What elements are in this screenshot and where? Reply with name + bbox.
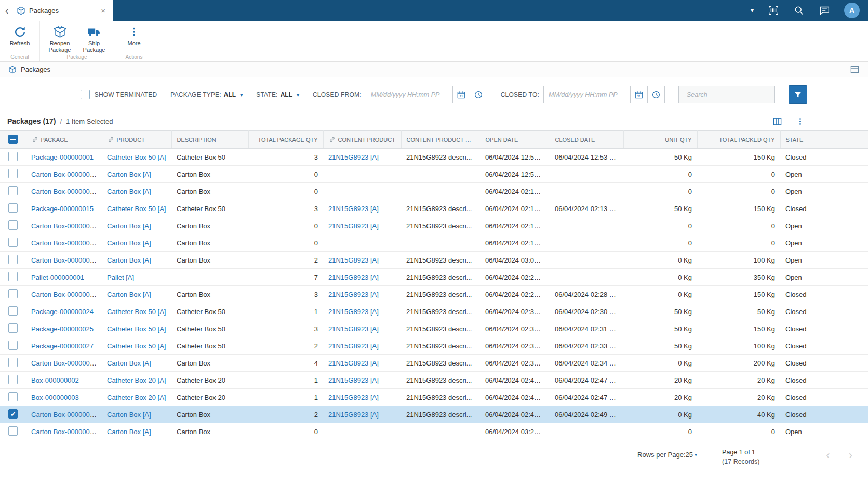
- product-link[interactable]: Carton Box [A]: [107, 256, 151, 264]
- column-header-product[interactable]: PRODUCT: [102, 131, 171, 149]
- table-row[interactable]: Box-000000003 Catheter Box 20 [A] Cathet…: [0, 389, 868, 406]
- product-link[interactable]: Pallet [A]: [107, 273, 134, 281]
- table-row[interactable]: Package-000000025 Catheter Box 50 [A] Ca…: [0, 320, 868, 337]
- package-link[interactable]: Pallet-000000001: [31, 273, 84, 281]
- package-link[interactable]: Carton Box-00000000: [31, 256, 97, 264]
- table-row[interactable]: Package-000000001 Catheter Box 50 [A] Ca…: [0, 149, 868, 166]
- product-link[interactable]: Carton Box [A]: [107, 428, 151, 436]
- previous-page-icon[interactable]: ‹: [826, 450, 830, 461]
- package-link[interactable]: Package-000000001: [31, 153, 94, 161]
- product-link[interactable]: Carton Box [A]: [107, 171, 151, 178]
- column-header-closed-date[interactable]: CLOSED DATE: [550, 131, 623, 149]
- select-all-checkbox[interactable]: [8, 135, 18, 144]
- row-checkbox[interactable]: [8, 426, 18, 436]
- package-link[interactable]: Package-000000025: [31, 325, 94, 333]
- table-row[interactable]: Carton Box-00000000 Carton Box [A] Carto…: [0, 166, 868, 183]
- show-terminated-toggle[interactable]: SHOW TERMINATED: [81, 90, 157, 99]
- package-link[interactable]: Carton Box-00000000: [31, 291, 97, 298]
- package-link[interactable]: Package-000000027: [31, 342, 94, 350]
- product-link[interactable]: Carton Box [A]: [107, 222, 151, 230]
- product-link[interactable]: Carton Box [A]: [107, 188, 151, 195]
- table-row[interactable]: Package-000000024 Catheter Box 50 [A] Ca…: [0, 303, 868, 320]
- row-checkbox[interactable]: [8, 323, 18, 333]
- table-row[interactable]: Package-000000015 Catheter Box 50 [A] Ca…: [0, 200, 868, 217]
- column-header-state[interactable]: STATE: [780, 131, 868, 149]
- open-panel-icon[interactable]: [850, 64, 860, 74]
- product-link[interactable]: Catheter Box 50 [A]: [107, 308, 166, 316]
- product-link[interactable]: Carton Box [A]: [107, 239, 151, 247]
- row-checkbox[interactable]: [8, 203, 18, 213]
- closed-from-time-button[interactable]: [470, 86, 487, 103]
- next-page-icon[interactable]: ›: [849, 450, 852, 461]
- package-link[interactable]: Carton Box-00000000: [31, 171, 97, 178]
- table-row[interactable]: Package-000000027 Catheter Box 50 [A] Ca…: [0, 337, 868, 355]
- product-link[interactable]: Carton Box [A]: [107, 291, 151, 298]
- row-checkbox[interactable]: [8, 341, 18, 350]
- tabs-scroll-left-button[interactable]: ‹: [0, 0, 14, 21]
- closed-to-calendar-button[interactable]: 31: [630, 86, 648, 103]
- table-row[interactable]: Carton Box-00000000 Carton Box [A] Carto…: [0, 183, 868, 200]
- table-row[interactable]: Carton Box-00000000 Carton Box [A] Carto…: [0, 217, 868, 234]
- package-link[interactable]: Carton Box-00000001: [31, 411, 97, 419]
- product-link[interactable]: Catheter Box 20 [A]: [107, 376, 166, 384]
- column-header-package[interactable]: PACKAGE: [26, 131, 102, 149]
- user-avatar[interactable]: A: [844, 3, 860, 18]
- table-row[interactable]: Carton Box-00000000 Carton Box [A] Carto…: [0, 252, 868, 269]
- column-header-content-product[interactable]: CONTENT PRODUCT: [323, 131, 401, 149]
- state-dropdown[interactable]: STATE: ALL ▾: [256, 91, 299, 98]
- content-product-link[interactable]: 21N15G8923 [A]: [328, 394, 379, 401]
- column-header-unit-qty[interactable]: UNIT QTY: [623, 131, 697, 149]
- rows-per-page-dropdown[interactable]: Rows per Page:25 ▾: [637, 451, 697, 459]
- ship-package-button[interactable]: Ship Package: [78, 23, 110, 53]
- content-product-link[interactable]: 21N15G8923 [A]: [328, 376, 379, 384]
- tab-close-icon[interactable]: ×: [99, 6, 108, 15]
- column-header-description[interactable]: DESCRIPTION: [171, 131, 248, 149]
- product-link[interactable]: Catheter Box 50 [A]: [107, 342, 166, 350]
- row-checkbox[interactable]: [8, 152, 18, 161]
- global-search-icon[interactable]: [793, 5, 805, 16]
- more-button[interactable]: More: [118, 23, 150, 53]
- product-link[interactable]: Catheter Box 50 [A]: [107, 153, 166, 161]
- package-type-dropdown[interactable]: PACKAGE TYPE: ALL ▾: [170, 91, 243, 98]
- product-link[interactable]: Carton Box [A]: [107, 411, 151, 419]
- messages-icon[interactable]: [819, 5, 830, 16]
- product-link[interactable]: Catheter Box 50 [A]: [107, 325, 166, 333]
- package-link[interactable]: Carton Box-00000001: [31, 359, 97, 367]
- content-product-link[interactable]: 21N15G8923 [A]: [328, 153, 379, 161]
- closed-to-input[interactable]: [543, 86, 631, 103]
- show-terminated-checkbox[interactable]: [81, 90, 90, 99]
- package-link[interactable]: Carton Box-00000000: [31, 239, 97, 247]
- barcode-scanner-icon[interactable]: [768, 5, 779, 16]
- product-link[interactable]: Catheter Box 20 [A]: [107, 394, 166, 401]
- closed-from-input[interactable]: [366, 86, 453, 103]
- row-checkbox[interactable]: [8, 375, 18, 384]
- content-product-link[interactable]: 21N15G8923 [A]: [328, 411, 379, 419]
- package-link[interactable]: Package-000000024: [31, 308, 94, 316]
- package-link[interactable]: Box-000000003: [31, 394, 79, 401]
- table-row[interactable]: Carton Box-00000001 Carton Box [A] Carto…: [0, 423, 868, 440]
- row-checkbox[interactable]: [8, 409, 18, 419]
- package-link[interactable]: Carton Box-00000001: [31, 428, 97, 436]
- content-product-link[interactable]: 21N15G8923 [A]: [328, 308, 379, 316]
- closed-to-time-button[interactable]: [647, 86, 665, 103]
- product-link[interactable]: Carton Box [A]: [107, 359, 151, 367]
- table-row[interactable]: Carton Box-00000000 Carton Box [A] Carto…: [0, 234, 868, 252]
- table-row[interactable]: Carton Box-00000001 Carton Box [A] Carto…: [0, 406, 868, 423]
- tab-list-dropdown-icon[interactable]: ▾: [751, 7, 754, 14]
- content-product-link[interactable]: 21N15G8923 [A]: [328, 205, 379, 213]
- package-link[interactable]: Carton Box-00000000: [31, 222, 97, 230]
- closed-from-calendar-button[interactable]: 31: [452, 86, 470, 103]
- filter-button[interactable]: [789, 85, 807, 104]
- search-input[interactable]: [687, 91, 770, 98]
- refresh-button[interactable]: Refresh: [4, 23, 35, 53]
- row-checkbox[interactable]: [8, 238, 18, 247]
- row-checkbox[interactable]: [8, 272, 18, 281]
- content-product-link[interactable]: 21N15G8923 [A]: [328, 222, 379, 230]
- content-product-link[interactable]: 21N15G8923 [A]: [328, 273, 379, 281]
- column-header-open-date[interactable]: OPEN DATE: [480, 131, 550, 149]
- content-product-link[interactable]: 21N15G8923 [A]: [328, 359, 379, 367]
- row-checkbox[interactable]: [8, 306, 18, 316]
- table-row[interactable]: Carton Box-00000000 Carton Box [A] Carto…: [0, 286, 868, 303]
- row-checkbox[interactable]: [8, 169, 18, 178]
- table-row[interactable]: Pallet-000000001 Pallet [A] 7 21N15G8923…: [0, 269, 868, 286]
